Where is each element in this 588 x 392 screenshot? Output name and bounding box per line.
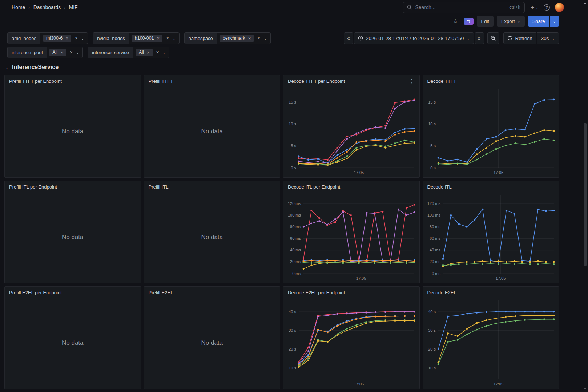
user-avatar[interactable] [555,3,564,12]
no-data-text: No data [144,191,280,283]
search-input[interactable]: ctrl+k [403,2,525,13]
filter-value: All [139,50,144,55]
remove-value-icon[interactable]: × [60,50,63,55]
panel-header[interactable]: Decode E2EL [423,287,559,297]
panel-header[interactable]: Prefill ITL [144,181,280,191]
panel-header[interactable]: Prefill E2EL [144,287,280,297]
panel-body: No data [144,191,280,283]
remove-filter-icon[interactable]: × [164,35,171,41]
remove-filter-icon[interactable]: × [255,35,262,41]
edit-button-label: Edit [481,19,489,24]
remove-filter-icon[interactable]: × [68,49,75,55]
filter-label[interactable]: inference_service [88,47,133,58]
timeseries-chart[interactable]: 10 s20 s30 s40 s17:05 [423,297,559,389]
timeseries-chart[interactable]: 10 s20 s30 s40 s17:05 [283,297,419,389]
refresh-button[interactable]: Refresh [503,32,536,44]
scroll-down-icon[interactable]: ▼ [584,387,587,392]
scroll-up-icon[interactable]: ▲ [584,0,587,5]
panel-header[interactable]: Prefill TTFT [144,75,280,85]
panel-header[interactable]: Decode E2EL per Endpoint [283,287,419,297]
filter-value-chip[interactable]: benchmark × [220,35,254,42]
svg-text:17:05: 17:05 [493,382,503,386]
help-icon: ? [544,4,550,11]
zoom-out-time-button[interactable] [487,32,499,44]
chevron-down-icon[interactable]: ⌄ [75,50,82,55]
time-shift-forward-button[interactable]: » [475,32,484,44]
search-shortcut-hint: ctrl+k [509,5,520,10]
filter-label[interactable]: nvidia_nodes [93,33,129,44]
remove-value-icon[interactable]: × [147,50,150,55]
help-button[interactable]: ? [544,4,550,11]
chevron-down-icon[interactable]: ⌄ [80,36,88,41]
time-range-text: 2026-01-28 17:01:47 to 2026-01-28 17:07:… [366,36,464,41]
svg-text:0 s: 0 s [291,166,296,170]
breadcrumb: Home › Dashboards › MIF [12,4,78,10]
remove-value-icon[interactable]: × [157,36,160,41]
panel-header[interactable]: Decode ITL per Endpoint [283,181,419,191]
timeseries-chart[interactable]: 0 ms20 ms40 ms60 ms80 ms100 ms120 ms17:0… [283,191,419,283]
remove-value-icon[interactable]: × [248,36,251,41]
breadcrumb-current-dashboard[interactable]: MIF [69,4,78,10]
filter-label[interactable]: amd_nodes [8,33,40,44]
svg-text:60 ms: 60 ms [290,236,301,241]
panel-header[interactable]: Decode TTFT [423,75,559,85]
svg-text:60 ms: 60 ms [430,236,440,241]
timeseries-chart[interactable]: 0 s5 s10 s15 s17:05 [423,85,559,177]
panel-body: 0 s5 s10 s15 s17:05 [283,85,419,177]
filter-label[interactable]: inference_pool [8,47,47,58]
panel-header[interactable]: Prefill ITL per Endpoint [5,181,141,191]
chevron-down-icon[interactable]: ⌄ [171,36,179,41]
chart-svg: 10 s20 s30 s40 s17:05 [423,297,559,389]
svg-text:40 s: 40 s [428,310,436,314]
chevron-down-icon: ⌄ [553,19,556,23]
panel-grid: Prefill TTFT per Endpoint No data Prefil… [0,75,588,389]
timeseries-chart[interactable]: 0 ms20 ms40 ms60 ms80 ms100 ms120 ms17:0… [423,191,559,283]
svg-text:20 ms: 20 ms [290,259,301,264]
favorite-star-button[interactable]: ☆ [451,16,460,26]
filter-label[interactable]: namespace [185,33,217,44]
new-dashboard-button[interactable]: + ⌄ [531,4,539,11]
share-button[interactable]: Share [528,16,549,27]
panel-body: No data [144,85,280,177]
breadcrumb-dashboards[interactable]: Dashboards [33,4,61,10]
filter-value-chip[interactable]: h100-001 × [132,35,162,42]
chevron-down-icon: ⌄ [467,36,470,40]
refresh-interval-button[interactable]: 30s ⌄ [537,32,559,44]
row-section-inference-service[interactable]: ⌄ InferenceService [0,58,588,75]
search-text-field[interactable] [415,4,506,10]
filter-value-chip[interactable]: mi300-6 × [43,35,71,42]
panel-title: Prefill ITL [149,184,169,190]
svg-text:5 s: 5 s [291,144,296,148]
remove-filter-icon[interactable]: × [73,35,80,41]
panel-title: Decode E2EL [427,290,456,295]
panel-prefill-e2el-per-endpoint: Prefill E2EL per Endpoint No data [4,286,141,389]
panel-header[interactable]: Decode ITL [423,181,559,191]
scroll-thumb[interactable] [584,123,587,266]
time-shift-back-button[interactable]: « [344,32,353,44]
chevron-down-icon[interactable]: ⌄ [262,36,270,41]
svg-text:17:05: 17:05 [493,170,503,175]
export-button[interactable]: Export ⌄ [497,16,525,27]
filter-value-chip[interactable]: All × [49,49,66,56]
share-options-button[interactable]: ⌄ [550,16,559,27]
panel-header[interactable]: Prefill E2EL per Endpoint [5,287,141,297]
datasource-switch-button[interactable]: ⇆ [464,18,474,25]
breadcrumb-home[interactable]: Home [12,4,25,10]
panel-prefill-ttft-per-endpoint: Prefill TTFT per Endpoint No data [4,75,141,178]
filter-value-chip[interactable]: All × [136,49,153,56]
refresh-icon [507,36,512,41]
panel-header[interactable]: Decode TTFT per Endpoint ⋮ [283,75,419,85]
filter-pill-inference-service: inference_service All × × ⌄ [88,47,169,58]
remove-value-icon[interactable]: × [65,36,68,41]
time-range-picker-button[interactable]: 2026-01-28 17:01:47 to 2026-01-28 17:07:… [354,32,474,44]
remove-filter-icon[interactable]: × [154,49,161,55]
chevron-down-icon[interactable]: ⌄ [161,50,169,55]
controls-row-2: inference_pool All × × ⌄ inference_servi… [7,47,559,58]
panel-menu-icon[interactable]: ⋮ [408,78,416,84]
scrollbar[interactable]: ▲ ▼ [582,0,588,392]
svg-text:20 ms: 20 ms [430,259,440,264]
panel-header[interactable]: Prefill TTFT per Endpoint [5,75,141,85]
edit-button[interactable]: Edit [477,16,494,27]
panel-body: 0 s5 s10 s15 s17:05 [423,85,559,177]
timeseries-chart[interactable]: 0 s5 s10 s15 s17:05 [283,85,419,177]
